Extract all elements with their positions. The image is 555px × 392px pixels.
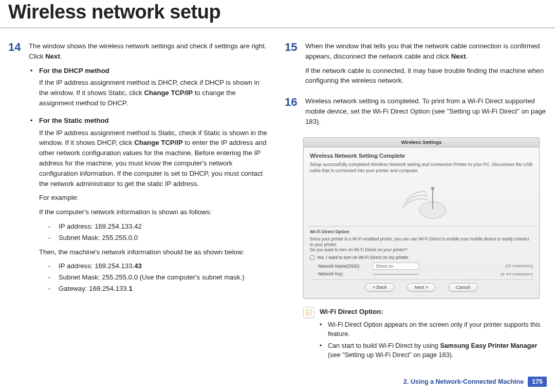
- dash: -: [48, 272, 53, 283]
- list-item: - Subnet Mask: 255.255.0.0: [48, 233, 270, 243]
- note-text: Wi-Fi Direct Option appears on the scree…: [328, 320, 547, 339]
- sub-content: For the DHCP method If the IP address as…: [39, 66, 270, 113]
- dhcp-method: • For the DHCP method If the IP address …: [29, 66, 270, 113]
- note-item: • Wi-Fi Direct Option appears on the scr…: [320, 320, 547, 339]
- text: .: [60, 52, 62, 60]
- antenna-icon: [391, 179, 452, 220]
- checkbox-label: Yes, I want to turn on Wi-Fi Direct on m…: [317, 254, 409, 261]
- follows-text: If the computer's network information is…: [39, 207, 270, 217]
- text: The window shows the wireless network se…: [29, 42, 267, 60]
- note-title: Wi-Fi Direct Option:: [320, 307, 547, 317]
- step14-intro: The window shows the wireless network se…: [29, 41, 270, 62]
- bold-next: Next: [45, 52, 60, 60]
- shot-section-label: Wi-Fi Direct Option: [310, 229, 533, 235]
- subnet-line: Subnet Mask: 255.255.0.0 (Use the comput…: [59, 272, 245, 283]
- list-item: - Subnet Mask: 255.255.0.0 (Use the comp…: [48, 272, 270, 283]
- note-text: Can start to build Wi-Fi Direct by using…: [328, 341, 547, 360]
- step-number: 14: [8, 41, 24, 299]
- shot-heading: Wireless Network Setting Complete: [310, 152, 533, 160]
- dash: -: [48, 221, 53, 232]
- label: IP address: 169.254.133.: [59, 262, 134, 270]
- sub-content: For the Static method If the IP address …: [39, 116, 270, 298]
- ip-line: IP address: 169.254.133.43: [59, 261, 142, 271]
- step-15: 15 When the window that tells you that t…: [285, 41, 547, 90]
- step-body: Wireless network setting is completed. T…: [305, 96, 547, 130]
- label: Gateway: 169.254.133.: [59, 285, 128, 292]
- shot-checkbox-row[interactable]: Yes, I want to turn on Wi-Fi Direct on m…: [310, 254, 533, 261]
- list-item: - IP address: 169.254.133.43: [48, 261, 270, 271]
- ssid-row: Network Name(SSID): Direct-xx- (22 chara…: [318, 263, 533, 270]
- page-number: 175: [528, 377, 547, 387]
- label: Subnet Mask:: [59, 234, 102, 241]
- pencil-icon: [305, 309, 312, 316]
- text: (see "Setting up Wi-Fi Direct" on page 1…: [328, 351, 453, 359]
- subnet-line: Subnet Mask: 255.255.0.0: [59, 233, 138, 243]
- example-list-1: - IP address: 169.254.133.42 - Subnet Ma…: [48, 221, 270, 243]
- shot-body: Wireless Network Setting Complete Setup …: [304, 147, 539, 298]
- list-item: - IP address: 169.254.133.42: [48, 221, 270, 232]
- shot-titlebar: Wireless Settings: [304, 138, 539, 147]
- left-column: 14 The window shows the wireless network…: [8, 41, 270, 362]
- bullet-dot: •: [320, 341, 324, 360]
- chapter-label: 2. Using a Network-Connected Machine: [403, 378, 524, 385]
- sub-bullets: • For the DHCP method If the IP address …: [29, 66, 270, 298]
- step-16: 16 Wireless network setting is completed…: [285, 96, 547, 130]
- then-text: Then, the machine's network information …: [39, 247, 270, 257]
- step-number: 15: [285, 41, 300, 90]
- bold-change-tcpip: Change TCP/IP: [144, 89, 193, 97]
- svg-point-2: [431, 187, 434, 190]
- static-method: • For the Static method If the IP addres…: [29, 116, 270, 298]
- shot-button-bar: < Back Next > Cancel: [310, 279, 533, 296]
- note-icon: [303, 307, 314, 318]
- step-body: When the window that tells you that the …: [305, 41, 547, 90]
- bold-1: 1: [128, 285, 132, 292]
- dash: -: [48, 233, 53, 243]
- bullet-dot: •: [29, 116, 34, 298]
- step-number: 16: [285, 96, 300, 130]
- step15-extra: If the network cable is connected, it ma…: [305, 66, 547, 86]
- cancel-button[interactable]: Cancel: [448, 283, 478, 292]
- next-button[interactable]: Next >: [407, 283, 436, 292]
- label: IP address:: [59, 222, 95, 230]
- bold-next: Next: [451, 52, 466, 60]
- list-item: - Gateway: 169.254.133.1: [48, 284, 270, 294]
- divider: [308, 226, 535, 227]
- example-list-2: - IP address: 169.254.133.43 - Subnet Ma…: [48, 261, 270, 293]
- step-body: The window shows the wireless network se…: [29, 41, 270, 299]
- value: 255.255.0.0: [102, 234, 138, 241]
- bold-43: 43: [134, 262, 142, 270]
- dash: -: [48, 261, 53, 271]
- gateway-line: Gateway: 169.254.133.1: [59, 284, 133, 294]
- back-button[interactable]: < Back: [365, 283, 395, 292]
- static-text: If the IP address assignment method is S…: [39, 128, 270, 189]
- field-hint: (22 characters): [505, 263, 533, 269]
- note-body: Wi-Fi Direct Option: • Wi-Fi Direct Opti…: [320, 307, 547, 362]
- right-column: 15 When the window that tells you that t…: [285, 41, 547, 362]
- dhcp-text: If the IP address assignment method is D…: [39, 78, 270, 108]
- step-14: 14 The window shows the wireless network…: [8, 41, 270, 299]
- step15-text: When the window that tells you that the …: [305, 41, 547, 62]
- static-title: For the Static method: [39, 116, 270, 126]
- embedded-screenshot: Wireless Settings Wireless Network Setti…: [303, 137, 540, 299]
- ssid-input[interactable]: Direct-xx-: [373, 263, 419, 270]
- bold-change-tcpip: Change TCP/IP: [134, 139, 183, 146]
- field-hint: (8~64 characters): [501, 271, 533, 277]
- value: 169.254.133.42: [95, 222, 142, 230]
- shot-section-desc: Since your printer is a Wi-Fi-enabled pr…: [310, 236, 533, 253]
- dhcp-title: For the DHCP method: [39, 66, 270, 76]
- text: Can start to build Wi-Fi Direct by using: [328, 342, 440, 349]
- bold-spm: Samsung Easy Printer Manager: [440, 342, 537, 349]
- checkbox-icon[interactable]: [310, 255, 314, 260]
- note-item: • Can start to build Wi-Fi Direct by usi…: [320, 341, 547, 360]
- page-footer: 2. Using a Network-Connected Machine 175: [403, 377, 547, 387]
- bullet-dot: •: [29, 66, 34, 113]
- note-box: Wi-Fi Direct Option: • Wi-Fi Direct Opti…: [303, 307, 547, 362]
- key-row: Network Key: (8~64 characters): [318, 271, 533, 277]
- key-input[interactable]: [373, 274, 419, 275]
- field-name: Network Name(SSID):: [318, 263, 369, 269]
- wifi-illustration: [310, 177, 533, 223]
- ip-line: IP address: 169.254.133.42: [59, 221, 142, 232]
- content-columns: 14 The window shows the wireless network…: [0, 29, 555, 362]
- text: .: [466, 52, 468, 60]
- bullet-dot: •: [320, 320, 324, 339]
